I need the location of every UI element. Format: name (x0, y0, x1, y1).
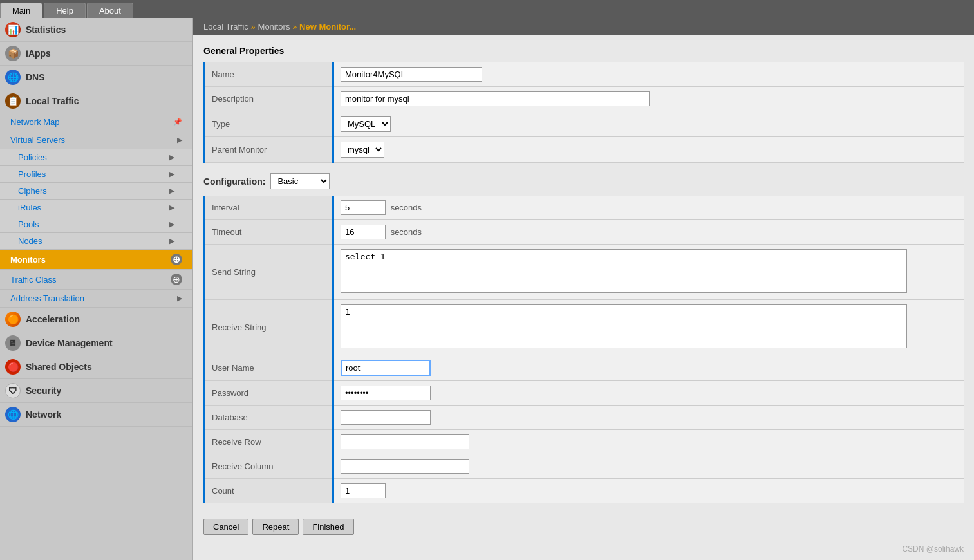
sidebar-item-shared-objects[interactable]: 🔴 Shared Objects (0, 355, 192, 379)
sidebar-item-ciphers[interactable]: Ciphers ▶ (0, 183, 192, 200)
sidebar-item-pools[interactable]: Pools ▶ (0, 216, 192, 233)
top-tab-bar: Main Help About (0, 0, 974, 18)
receive-row-value-cell (333, 430, 964, 454)
sidebar-item-irules[interactable]: iRules ▶ (0, 200, 192, 216)
repeat-button[interactable]: Repeat (252, 519, 299, 535)
name-input[interactable] (341, 67, 482, 82)
sidebar-label-statistics: Statistics (26, 24, 66, 35)
description-input[interactable] (341, 91, 650, 106)
sidebar-item-traffic-class[interactable]: Traffic Class ⊕ (0, 270, 192, 290)
password-input[interactable] (341, 386, 431, 400)
username-value-cell (333, 355, 964, 381)
network-map-label: Network Map (10, 117, 60, 127)
send-string-value-cell: select 1 (333, 245, 964, 300)
shared-objects-icon: 🔴 (5, 359, 21, 375)
send-string-row: Send String select 1 (205, 245, 964, 300)
traffic-class-plus[interactable]: ⊕ (171, 274, 182, 285)
sidebar-item-local-traffic[interactable]: 📋 Local Traffic (0, 89, 192, 113)
finished-button[interactable]: Finished (303, 519, 353, 535)
pools-arrow: ▶ (169, 220, 174, 229)
network-map-pin: 📌 (173, 118, 182, 126)
breadcrumb-arrow-1: » (251, 23, 256, 32)
sidebar-item-nodes[interactable]: Nodes ▶ (0, 233, 192, 250)
config-mode-select[interactable]: Basic Advanced (270, 173, 330, 189)
sidebar-item-policies[interactable]: Policies ▶ (0, 149, 192, 166)
general-properties-table: Name Description Type MySQL (203, 62, 964, 163)
monitors-plus[interactable]: ⊕ (171, 254, 182, 265)
tab-main[interactable]: Main (0, 3, 42, 18)
password-row: Password (205, 381, 964, 406)
timeout-suffix: seconds (391, 227, 422, 237)
acceleration-icon: 🟠 (5, 312, 21, 327)
local-traffic-icon: 📋 (5, 93, 21, 109)
database-row: Database (205, 406, 964, 430)
virtual-servers-arrow: ▶ (177, 136, 182, 144)
timeout-input[interactable] (341, 225, 386, 239)
type-row: Type MySQL HTTP HTTPS TCP (205, 111, 964, 137)
parent-monitor-label: Parent Monitor (205, 137, 333, 163)
description-row: Description (205, 87, 964, 111)
interval-value-cell: seconds (333, 196, 964, 220)
count-input[interactable] (341, 483, 386, 498)
breadcrumb-local-traffic[interactable]: Local Traffic (203, 22, 248, 32)
sidebar-item-address-translation[interactable]: Address Translation ▶ (0, 290, 192, 308)
irules-arrow: ▶ (169, 203, 174, 212)
watermark: CSDN @solihawk (902, 545, 964, 554)
database-input[interactable] (341, 410, 431, 425)
username-input[interactable] (341, 360, 431, 376)
receive-column-input[interactable] (341, 459, 469, 474)
sidebar-item-network-map[interactable]: Network Map 📌 (0, 113, 192, 131)
tab-help[interactable]: Help (44, 3, 86, 18)
sidebar-item-device-management[interactable]: 🖥 Device Management (0, 331, 192, 355)
username-row: User Name (205, 355, 964, 381)
dns-icon: 🌐 (5, 70, 21, 85)
profiles-label: Profiles (18, 169, 46, 179)
receive-string-label: Receive String (205, 300, 333, 355)
general-properties-title: General Properties (203, 46, 964, 56)
count-row: Count (205, 479, 964, 503)
sidebar-item-network[interactable]: 🌐 Network (0, 403, 192, 427)
network-icon: 🌐 (5, 407, 21, 422)
sidebar-item-virtual-servers[interactable]: Virtual Servers ▶ (0, 131, 192, 149)
cancel-button[interactable]: Cancel (203, 519, 248, 535)
address-translation-arrow: ▶ (177, 294, 182, 303)
ciphers-arrow: ▶ (169, 187, 174, 195)
interval-suffix: seconds (391, 203, 422, 212)
send-string-textarea[interactable]: select 1 (341, 249, 907, 293)
receive-string-textarea[interactable]: 1 (341, 304, 907, 348)
receive-row-row: Receive Row (205, 430, 964, 454)
sidebar-item-profiles[interactable]: Profiles ▶ (0, 166, 192, 183)
sidebar-item-security[interactable]: 🛡 Security (0, 379, 192, 403)
tab-about[interactable]: About (87, 3, 133, 18)
pools-label: Pools (18, 219, 39, 229)
sidebar-item-statistics[interactable]: 📊 Statistics (0, 18, 192, 42)
parent-monitor-value-cell: mysql http https (333, 137, 964, 163)
password-label: Password (205, 381, 333, 406)
type-select[interactable]: MySQL HTTP HTTPS TCP (341, 116, 391, 132)
name-label: Name (205, 62, 333, 87)
interval-row: Interval seconds (205, 196, 964, 220)
description-label: Description (205, 87, 333, 111)
receive-column-value-cell (333, 454, 964, 479)
sidebar-item-monitors[interactable]: Monitors ⊕ (0, 250, 192, 270)
timeout-value-cell: seconds (333, 220, 964, 245)
policies-arrow: ▶ (169, 153, 174, 162)
sidebar-label-shared-objects: Shared Objects (26, 362, 92, 372)
sidebar-item-acceleration[interactable]: 🟠 Acceleration (0, 308, 192, 331)
parent-monitor-select[interactable]: mysql http https (341, 142, 384, 158)
database-value-cell (333, 406, 964, 430)
interval-input[interactable] (341, 200, 386, 215)
traffic-class-label: Traffic Class (10, 275, 57, 285)
device-management-icon: 🖥 (5, 335, 21, 351)
sidebar-label-security: Security (26, 386, 61, 396)
sidebar-item-dns[interactable]: 🌐 DNS (0, 66, 192, 89)
statistics-icon: 📊 (5, 22, 21, 37)
type-label: Type (205, 111, 333, 137)
sidebar-item-iapps[interactable]: 📦 iApps (0, 42, 192, 66)
config-table: Interval seconds Timeout seconds Send St… (203, 196, 964, 503)
receive-row-label: Receive Row (205, 430, 333, 454)
parent-monitor-row: Parent Monitor mysql http https (205, 137, 964, 163)
breadcrumb-monitors[interactable]: Monitors (258, 22, 290, 32)
main-layout: 📊 Statistics 📦 iApps 🌐 DNS 📋 Local Traff… (0, 18, 974, 560)
receive-row-input[interactable] (341, 434, 469, 449)
